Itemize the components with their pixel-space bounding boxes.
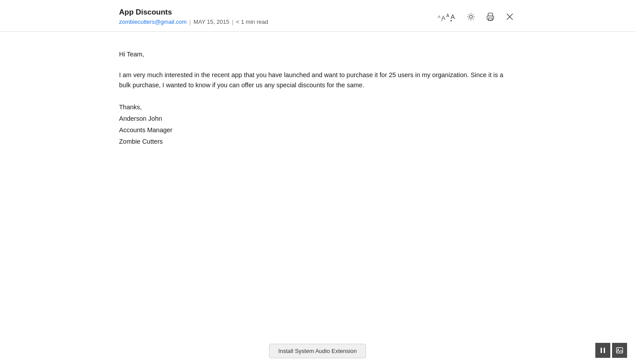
svg-point-5 xyxy=(470,15,473,19)
sender-email[interactable]: zombiecutters@gmail.com xyxy=(119,19,187,25)
bottom-right-controls xyxy=(595,343,627,358)
print-icon xyxy=(486,12,495,21)
email-header-actions: A A A A xyxy=(436,8,516,24)
svg-rect-21 xyxy=(616,348,623,353)
image-button[interactable] xyxy=(612,343,627,358)
email-header-info: App Discounts zombiecutters@gmail.com | … xyxy=(119,8,268,25)
email-subject: App Discounts xyxy=(119,8,268,17)
brightness-icon xyxy=(467,12,475,21)
svg-line-12 xyxy=(468,19,469,19)
font-size-button[interactable]: A A A A xyxy=(436,10,458,24)
svg-rect-20 xyxy=(604,348,605,353)
image-icon xyxy=(616,347,623,354)
font-cursor-icon: A A xyxy=(446,11,456,22)
sender-company: Zombie Cutters xyxy=(119,136,516,147)
svg-text:A: A xyxy=(451,13,455,20)
greeting: Hi Team, xyxy=(119,49,516,59)
svg-point-22 xyxy=(618,349,619,350)
thanks-line: Thanks, xyxy=(119,101,516,113)
install-audio-button[interactable]: Install System Audio Extension xyxy=(269,344,366,358)
meta-separator: | xyxy=(189,19,190,25)
pause-icon xyxy=(599,347,606,354)
svg-line-11 xyxy=(473,19,474,19)
sender-name: Anderson John xyxy=(119,113,516,124)
brightness-button[interactable] xyxy=(465,11,477,23)
svg-line-13 xyxy=(473,14,474,15)
email-date: MAY 15, 2015 xyxy=(194,19,229,25)
pause-button[interactable] xyxy=(595,343,610,358)
body-paragraph: I am very much interested in the recent … xyxy=(119,70,516,90)
close-button[interactable] xyxy=(504,11,516,23)
svg-rect-14 xyxy=(488,13,493,16)
email-viewer: App Discounts zombiecutters@gmail.com | … xyxy=(0,0,635,364)
svg-rect-15 xyxy=(489,18,492,20)
bottom-bar: Install System Audio Extension xyxy=(0,338,635,364)
email-meta: zombiecutters@gmail.com | MAY 15, 2015 |… xyxy=(119,19,268,25)
email-body: Hi Team, I am very much interested in th… xyxy=(0,32,635,364)
email-header: App Discounts zombiecutters@gmail.com | … xyxy=(0,0,635,32)
meta-separator2: | xyxy=(232,19,233,25)
read-time: < 1 min read xyxy=(236,19,268,25)
font-size-icon: A A xyxy=(437,12,446,21)
print-button[interactable] xyxy=(484,11,497,23)
sender-title: Accounts Manager xyxy=(119,124,516,136)
svg-text:A: A xyxy=(438,15,441,19)
close-icon xyxy=(505,12,514,21)
signature: Thanks, Anderson John Accounts Manager Z… xyxy=(119,101,516,147)
svg-text:A: A xyxy=(446,13,449,18)
svg-rect-19 xyxy=(601,348,602,353)
svg-point-16 xyxy=(492,17,493,18)
svg-line-10 xyxy=(468,14,469,15)
